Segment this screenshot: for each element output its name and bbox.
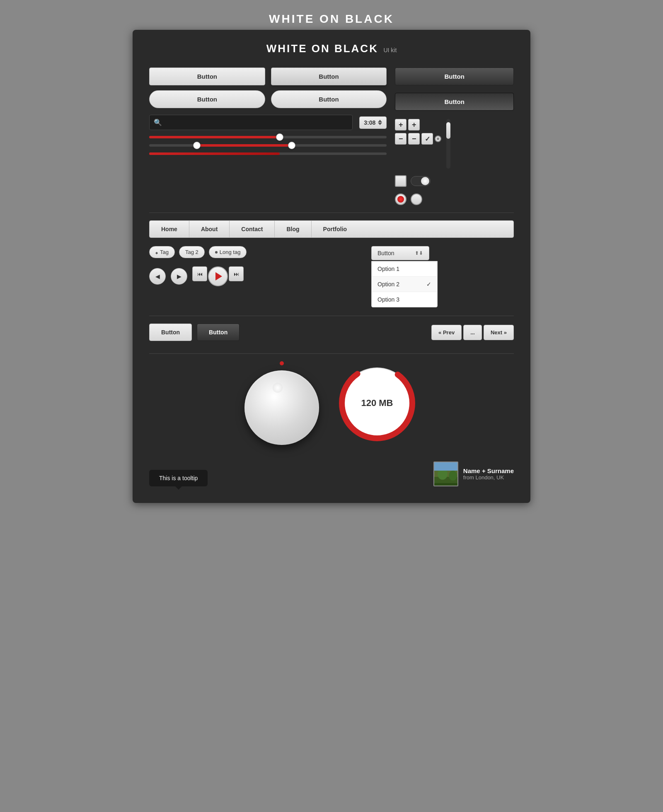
button-1[interactable]: Button — [149, 68, 265, 85]
spin-down-icon[interactable] — [378, 123, 382, 125]
divider-3 — [149, 353, 514, 354]
tag-1[interactable]: Tag — [149, 246, 175, 258]
pagination-next[interactable]: Next » — [484, 325, 514, 340]
divider-2 — [149, 316, 514, 316]
pagination-prev[interactable]: « Prev — [431, 325, 462, 340]
user-info: Name + Surname from London, UK — [463, 467, 514, 481]
media-fastforward-btn[interactable]: ⏭ — [229, 266, 244, 281]
button-dark-2[interactable]: Button — [395, 93, 514, 111]
nav-bar: Home About Contact Blog Portfolio — [149, 220, 514, 238]
spin-up-icon[interactable] — [378, 120, 382, 122]
page-title: WHITE ON BLACK — [269, 12, 394, 26]
knob-container — [244, 361, 319, 445]
button-2[interactable]: Button — [271, 68, 387, 85]
dropdown-option-2[interactable]: Option 2 ✓ — [372, 277, 437, 292]
col-right-controls: Button Button + + − − — [395, 68, 514, 205]
slider-thumb-2b[interactable] — [288, 142, 295, 149]
media-prev-btn[interactable]: ◀ — [149, 268, 166, 285]
dropdown-button[interactable]: Button ⬆⬇ — [371, 246, 429, 260]
knob-control[interactable] — [244, 370, 319, 445]
slider-thumb-2a[interactable] — [193, 142, 201, 149]
user-name: Name + Surname — [463, 467, 514, 474]
knob-indicator-dot — [280, 361, 284, 365]
option-3-label: Option 3 — [377, 296, 399, 303]
tag-2[interactable]: Tag 2 — [179, 246, 205, 258]
play-icon — [215, 272, 222, 280]
radio-fill-red — [397, 196, 404, 203]
nav-item-about[interactable]: About — [189, 221, 230, 237]
dropdown-area: Button ⬆⬇ Option 1 Option 2 ✓ Option 3 — [371, 246, 514, 307]
tag-2-label: Tag 2 — [185, 249, 198, 255]
media-group: ⏮ ⏭ — [192, 266, 244, 286]
buttons-area: Button Button Button Button 🔍 3:08 — [149, 68, 514, 205]
nav-item-home[interactable]: Home — [150, 221, 189, 237]
toggle-knob — [421, 177, 429, 185]
bottom-row: This is a tooltip Name + — [149, 462, 514, 486]
mini-btn-minus-2[interactable]: − — [408, 133, 420, 145]
nav-item-blog[interactable]: Blog — [275, 221, 311, 237]
tags-section: Tag Tag 2 Long tag — [149, 246, 363, 258]
mini-btn-plus-2[interactable]: + — [408, 119, 420, 130]
progress-bar — [149, 152, 387, 155]
action-btn-2[interactable]: Button — [197, 324, 240, 341]
pagination: « Prev ... Next » — [431, 325, 514, 340]
slider-2[interactable] — [149, 144, 387, 147]
big-radio-red[interactable] — [395, 193, 407, 205]
radio-dot-1 — [435, 135, 441, 142]
tag-long-label: Long tag — [220, 249, 241, 255]
slider-thumb-1[interactable] — [276, 133, 283, 141]
media-controls: ◀ ▶ ⏮ ⏭ — [149, 266, 363, 286]
search-box: 🔍 — [149, 115, 353, 130]
divider-1 — [149, 213, 514, 213]
main-panel: WHITE ON BLACK UI kit Button Button Butt… — [133, 30, 530, 503]
action-row: Button Button « Prev ... Next » — [149, 324, 514, 341]
bottom-section: 120 MB — [149, 361, 514, 445]
svg-point-6 — [449, 471, 457, 481]
search-icon: 🔍 — [154, 118, 162, 126]
spinner-arrows[interactable] — [378, 120, 382, 125]
kit-title-area: WHITE ON BLACK UI kit — [149, 42, 514, 55]
button-3[interactable]: Button — [149, 90, 265, 108]
action-btn-1[interactable]: Button — [149, 324, 192, 341]
slider-1[interactable] — [149, 136, 387, 138]
tag-dot-icon — [215, 251, 218, 254]
gauge-container: 120 MB — [336, 362, 419, 445]
user-location: from London, UK — [463, 474, 514, 481]
avatar-image — [434, 462, 458, 486]
controls-row: 🔍 3:08 — [149, 115, 387, 130]
user-card: Name + Surname from London, UK — [433, 462, 514, 486]
time-spinner[interactable]: 3:08 — [359, 116, 387, 129]
tooltip: This is a tooltip — [149, 470, 208, 486]
media-next-btn[interactable]: ▶ — [171, 268, 187, 285]
kit-title-sub: UI kit — [383, 47, 397, 53]
button-dark-1[interactable]: Button — [395, 68, 514, 85]
button-4[interactable]: Button — [271, 90, 387, 108]
checkbox-1[interactable] — [421, 133, 433, 145]
checkmark-icon: ✓ — [426, 281, 431, 288]
dropdown-menu: Option 1 Option 2 ✓ Option 3 — [371, 261, 438, 307]
tag-diamond-icon — [155, 249, 158, 255]
tag-long[interactable]: Long tag — [209, 246, 247, 258]
media-play-btn[interactable] — [208, 266, 228, 286]
big-checkbox[interactable] — [395, 175, 407, 187]
time-value: 3:08 — [364, 119, 375, 126]
option-2-label: Option 2 — [377, 281, 399, 288]
media-rewind-btn[interactable]: ⏮ — [192, 266, 207, 281]
nav-item-contact[interactable]: Contact — [230, 221, 275, 237]
dropdown-option-1[interactable]: Option 1 — [372, 261, 437, 277]
big-radio-empty[interactable] — [411, 193, 422, 205]
scrollbar[interactable] — [446, 119, 450, 169]
pagination-ellipsis[interactable]: ... — [463, 325, 482, 340]
dropdown-option-3[interactable]: Option 3 — [372, 292, 437, 307]
mini-btn-minus-1[interactable]: − — [395, 133, 407, 145]
toggle-switch[interactable] — [411, 176, 431, 186]
nav-item-portfolio[interactable]: Portfolio — [312, 221, 359, 237]
svg-rect-8 — [434, 462, 458, 471]
svg-rect-7 — [434, 483, 458, 486]
scrollbar-thumb[interactable] — [446, 122, 450, 139]
kit-title-main: WHITE ON BLACK — [266, 42, 378, 55]
tag-1-label: Tag — [160, 249, 169, 255]
mini-btn-plus-1[interactable]: + — [395, 119, 407, 130]
user-avatar — [433, 462, 458, 486]
knob-highlight — [273, 383, 283, 393]
